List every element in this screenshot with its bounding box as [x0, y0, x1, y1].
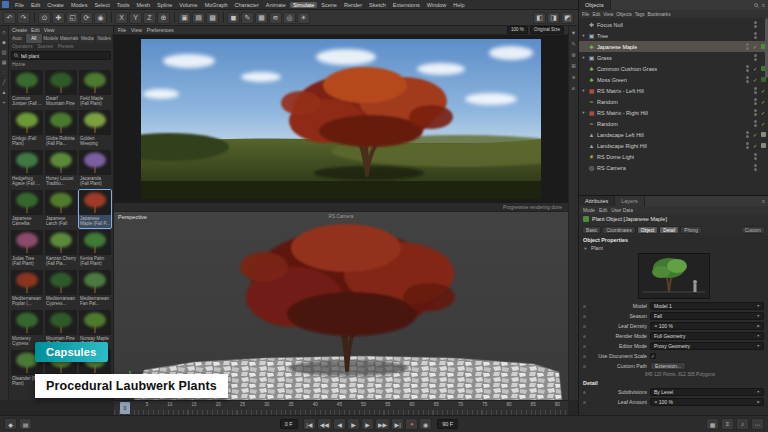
enabled-check-icon[interactable]: ✓ [752, 44, 758, 50]
camera-icon[interactable]: ◎ [283, 12, 296, 24]
menu-scene[interactable]: Scene [318, 2, 340, 8]
asset-search[interactable] [11, 51, 111, 60]
am-menu-userdata[interactable]: User Data [611, 208, 633, 213]
visibility-dots[interactable] [754, 120, 757, 127]
material-chip[interactable] [761, 143, 766, 148]
rv-zoom-select[interactable]: 100 % [507, 26, 528, 34]
tab-detail[interactable]: Detail [659, 226, 679, 234]
enabled-check-icon[interactable]: ✓ [752, 77, 758, 83]
axis-mode-icon[interactable]: + [3, 99, 6, 105]
asset-item[interactable]: Judas Tree (Fall Plant) [11, 230, 43, 268]
search-icon[interactable] [754, 3, 759, 8]
render-settings-icon[interactable]: ▩ [206, 12, 219, 24]
record-button[interactable]: ● [405, 418, 418, 430]
visibility-dots[interactable] [746, 142, 749, 149]
end-frame-field[interactable]: 90 F [437, 419, 458, 429]
primitive-cube-icon[interactable]: ◼ [227, 12, 240, 24]
keyframe-icon[interactable]: ◆ [4, 418, 17, 430]
om-menu-view[interactable]: View [603, 12, 613, 17]
asset-item[interactable]: Golden Weeping Willo... [79, 110, 111, 148]
start-frame-field[interactable]: 0 F [280, 419, 298, 429]
filter-media[interactable]: Media [79, 34, 96, 43]
om-menu-tags[interactable]: Tags [635, 12, 645, 17]
prev-frame-button[interactable]: ◀ [333, 418, 346, 430]
asset-item[interactable]: Kanzan Cherry (Fall Pla... [45, 230, 77, 268]
menu-tools[interactable]: Tools [114, 2, 133, 8]
timeline-ruler[interactable]: 051015202530354045505560657075808590 0 [114, 400, 568, 415]
panel-menu-icon[interactable]: ≡ [762, 2, 765, 8]
subfilter-presets[interactable]: Presets [58, 44, 74, 49]
doc-scale-checkbox[interactable]: ✓ [650, 353, 656, 359]
tab-objects[interactable]: Objects [579, 0, 611, 10]
editor-mode-select[interactable]: Proxy Geometry▼ [650, 342, 764, 350]
asset-item[interactable]: Kentia Palm (Fall Plant) [79, 230, 111, 268]
menu-simulate[interactable]: Simulate [290, 2, 317, 8]
object-row-selected[interactable]: ♣Japanese Maple✓ [579, 41, 768, 52]
expand-arrow-icon[interactable]: ▾ [581, 88, 586, 93]
undo-icon[interactable]: ↶ [3, 12, 16, 24]
asset-item[interactable]: Mediterranean Poplar (... [11, 270, 43, 308]
y-axis-lock-icon[interactable]: Y [129, 12, 142, 24]
object-row[interactable]: ▾▣Grass [579, 52, 768, 63]
visibility-dots[interactable] [754, 164, 757, 171]
pen-spline-icon[interactable]: ✎ [241, 12, 254, 24]
expand-arrow-icon[interactable]: ▾ [581, 33, 586, 38]
visibility-dots[interactable] [754, 87, 757, 94]
layout-1-icon[interactable]: ◧ [533, 12, 546, 24]
menu-window[interactable]: Window [424, 2, 450, 8]
scale-icon[interactable]: ◱ [66, 12, 79, 24]
volume-icon[interactable]: ▦ [255, 12, 268, 24]
visibility-dots[interactable] [754, 98, 757, 105]
live-selection-icon[interactable]: ⊙ [38, 12, 51, 24]
material-chip[interactable] [761, 132, 766, 137]
visibility-dots[interactable] [754, 21, 757, 28]
visibility-dots[interactable] [746, 65, 749, 72]
prev-key-button[interactable]: ◀◀ [317, 418, 332, 430]
menu-select[interactable]: Select [91, 2, 112, 8]
tab-layers[interactable]: Layers [615, 196, 645, 206]
snap-icon[interactable]: ⊛ [571, 52, 576, 58]
layout-3-icon[interactable]: ◩ [561, 12, 574, 24]
stepper-right-icon[interactable]: ▶ [757, 400, 760, 404]
visibility-dots[interactable] [754, 54, 757, 61]
enabled-check-icon[interactable]: ✓ [752, 143, 758, 149]
am-menu-edit[interactable]: Edit [599, 208, 607, 213]
menu-animate[interactable]: Animate [263, 2, 289, 8]
render-view-icon[interactable]: ▣ [178, 12, 191, 24]
expand-arrow-icon[interactable]: ▾ [581, 55, 586, 60]
visibility-dots[interactable] [754, 32, 757, 39]
menu-volume[interactable]: Volume [176, 2, 200, 8]
list-icon[interactable]: ≡ [572, 74, 575, 80]
collapse-arrow-icon[interactable]: ▾ [583, 246, 588, 251]
edges-mode-icon[interactable]: ╱ [2, 79, 5, 85]
tab-basic[interactable]: Basic [582, 226, 601, 234]
perspective-viewport[interactable]: Perspective RS Camera [114, 212, 568, 400]
asset-item[interactable]: Mediterranean Fan Pal... [79, 270, 111, 308]
subfilter-operators[interactable]: Operators [12, 44, 32, 49]
filter-materials[interactable]: Materials [60, 34, 80, 43]
asset-item[interactable]: Field Maple (Fall Plant) [79, 70, 111, 108]
visibility-dots[interactable] [754, 109, 757, 116]
layout-2-icon[interactable]: ◨ [547, 12, 560, 24]
workplane-mode-icon[interactable]: ▦ [2, 59, 7, 65]
next-key-button[interactable]: ▶▶ [375, 418, 390, 430]
panel-menu-icon[interactable]: ≡ [762, 198, 765, 204]
render-mode-select[interactable]: Full Geometry▼ [650, 332, 764, 340]
light-icon[interactable]: ☀ [297, 12, 310, 24]
filter-auto[interactable]: Auto [9, 34, 26, 43]
asset-item[interactable]: Jacaranda (Fall Plant) [79, 150, 111, 188]
stepper-left-icon[interactable]: ◀ [654, 324, 657, 328]
menu-create[interactable]: Create [44, 2, 67, 8]
menu-spline[interactable]: Spline [154, 2, 175, 8]
subdivisions-select[interactable]: By Level▼ [650, 388, 764, 396]
asset-item[interactable]: Japanese Camellia (Fal... [11, 190, 43, 228]
make-editable-icon[interactable]: ◇ [2, 29, 6, 35]
am-menu-mode[interactable]: Mode [583, 208, 595, 213]
timeline-mode-icon[interactable]: ▤ [19, 418, 32, 430]
net-render-icon[interactable]: ≡ [721, 418, 734, 430]
filter-icon[interactable]: ▼ [571, 30, 576, 36]
tab-attributes[interactable]: Attributes [579, 196, 615, 206]
menu-character[interactable]: Character [232, 2, 262, 8]
object-row[interactable]: ▲Landscape Right Hill✓ [579, 140, 768, 151]
rotate-icon[interactable]: ⟳ [80, 12, 93, 24]
